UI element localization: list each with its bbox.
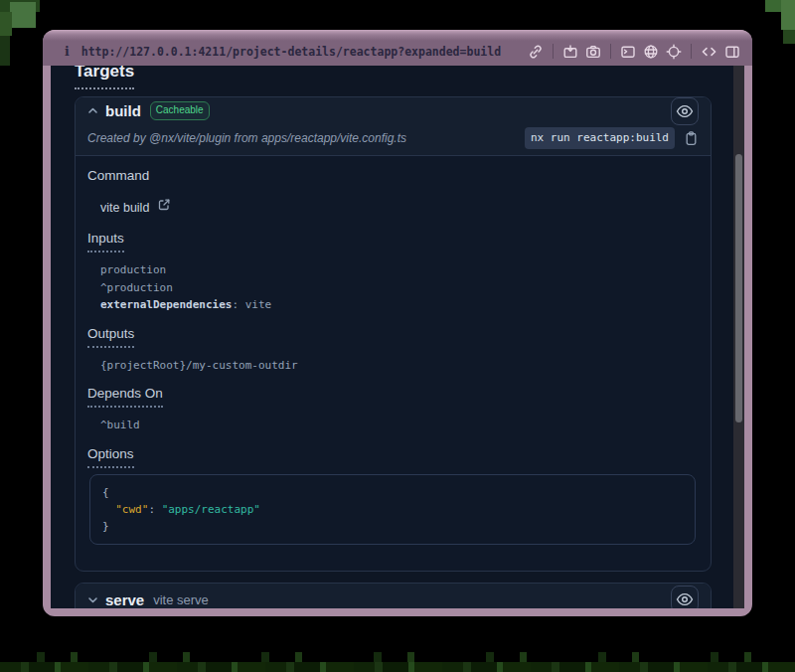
- run-command-chip: nx run reactapp:build: [525, 127, 675, 149]
- input-item: externalDependencies: vite: [100, 298, 697, 312]
- input-item: production: [100, 263, 697, 277]
- external-link-icon[interactable]: [157, 198, 171, 217]
- created-by-text: Created by @nx/vite/plugin from apps/rea…: [87, 131, 406, 145]
- scrollbar[interactable]: [733, 66, 744, 608]
- link-icon[interactable]: [528, 44, 544, 60]
- target-card-serve: serve vite serve: [75, 583, 712, 609]
- bg-fragment: [0, 12, 12, 36]
- copy-icon[interactable]: [684, 130, 699, 146]
- target-name: build: [105, 102, 141, 119]
- bg-fragment: [783, 30, 795, 44]
- output-item: {projectRoot}/my-custom-outdir: [100, 359, 697, 373]
- code-line: {: [102, 484, 683, 501]
- target-icon[interactable]: [666, 44, 682, 60]
- code-line: }: [102, 518, 683, 535]
- screenshot-icon[interactable]: [562, 44, 578, 60]
- chevron-down-icon[interactable]: [87, 594, 98, 605]
- bg-fragment: [781, 0, 795, 30]
- target-card-build: build Cacheable Created by @nx/vite/plug…: [75, 96, 712, 572]
- bg-fragment: [0, 662, 795, 672]
- target-name: serve: [105, 591, 144, 608]
- toolbar-divider: [691, 44, 692, 59]
- command-heading: Command: [87, 167, 697, 185]
- options-heading: Options: [87, 445, 697, 468]
- input-item: ^production: [100, 281, 697, 295]
- scrollbar-thumb[interactable]: [735, 154, 742, 422]
- info-icon: i: [65, 44, 70, 59]
- command-value: vite build: [100, 199, 149, 217]
- outputs-heading: Outputs: [87, 325, 697, 348]
- build-card-body: Command vite build Inputs production ^pr…: [76, 167, 711, 571]
- bg-fragment: [0, 36, 10, 66]
- bg-fragment: [10, 2, 36, 28]
- depends-on-item: ^build: [100, 419, 697, 432]
- project-details-page: Targets build Cacheable Created by @nx/v…: [51, 66, 733, 608]
- toolbar-divider: [610, 44, 611, 59]
- toolbar-divider: [553, 44, 554, 59]
- cacheable-badge: Cacheable: [150, 101, 210, 120]
- serve-card-header[interactable]: serve vite serve: [76, 584, 711, 609]
- inputs-heading: Inputs: [87, 230, 697, 252]
- panel-icon[interactable]: [724, 44, 740, 60]
- chevron-up-icon[interactable]: [87, 105, 98, 116]
- page-title: Targets: [75, 66, 134, 89]
- browser-topbar: i http://127.0.0.1:4211/project-details/…: [43, 30, 752, 66]
- browser-window: i http://127.0.0.1:4211/project-details/…: [43, 30, 752, 616]
- target-subtitle: vite serve: [153, 592, 209, 607]
- view-graph-button[interactable]: [671, 97, 699, 125]
- options-code-block: { "cwd": "apps/reactapp"}: [89, 474, 696, 545]
- url-text: http://127.0.0.1:4211/project-details/re…: [81, 45, 501, 59]
- page-viewport: Targets build Cacheable Created by @nx/v…: [51, 66, 744, 608]
- code-icon[interactable]: [701, 44, 717, 60]
- globe-icon[interactable]: [643, 44, 659, 60]
- camera-icon[interactable]: [585, 44, 601, 60]
- build-card-header[interactable]: build Cacheable Created by @nx/vite/plug…: [76, 97, 711, 156]
- terminal-icon[interactable]: [620, 44, 636, 60]
- code-line: "cwd": "apps/reactapp": [102, 501, 683, 518]
- view-graph-button[interactable]: [671, 586, 699, 608]
- depends-on-heading: Depends On: [87, 385, 697, 408]
